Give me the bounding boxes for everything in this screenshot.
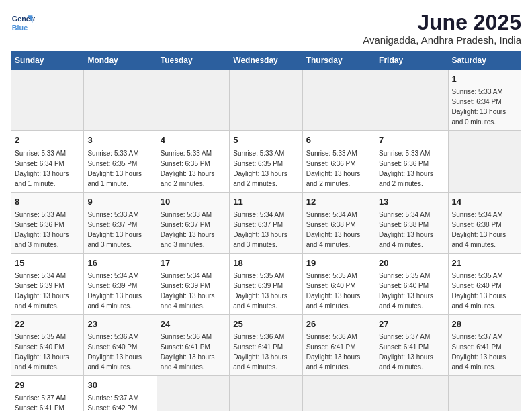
day-cell-19: 19Sunrise: 5:35 AMSunset: 6:40 PMDayligh… bbox=[302, 253, 375, 314]
sunset-text: Sunset: 6:41 PM bbox=[15, 404, 64, 411]
empty-cell bbox=[230, 70, 302, 131]
day-number: 4 bbox=[161, 134, 226, 146]
daylight-text: Daylight: 13 hours and 1 minute. bbox=[87, 170, 142, 187]
day-cell-27: 27Sunrise: 5:37 AMSunset: 6:41 PMDayligh… bbox=[375, 314, 448, 375]
empty-cell bbox=[157, 376, 229, 411]
daylight-text: Daylight: 13 hours and 2 minutes. bbox=[161, 170, 215, 187]
sunrise-text: Sunrise: 5:35 AM bbox=[306, 272, 357, 279]
sunrise-text: Sunrise: 5:34 AM bbox=[233, 211, 284, 218]
day-cell-15: 15Sunrise: 5:34 AMSunset: 6:39 PMDayligh… bbox=[11, 253, 84, 314]
sunrise-text: Sunrise: 5:34 AM bbox=[87, 272, 138, 279]
daylight-text: Daylight: 13 hours and 2 minutes. bbox=[306, 170, 361, 187]
sunset-text: Sunset: 6:35 PM bbox=[87, 160, 137, 167]
sunset-text: Sunset: 6:39 PM bbox=[161, 282, 210, 289]
sunrise-text: Sunrise: 5:33 AM bbox=[15, 211, 66, 218]
sunrise-text: Sunrise: 5:33 AM bbox=[161, 211, 212, 218]
daylight-text: Daylight: 13 hours and 0 minutes. bbox=[452, 108, 506, 126]
sunrise-text: Sunrise: 5:36 AM bbox=[87, 333, 138, 340]
sunset-text: Sunset: 6:35 PM bbox=[161, 160, 210, 167]
sunset-text: Sunset: 6:35 PM bbox=[233, 160, 283, 167]
day-cell-3: 3Sunrise: 5:33 AMSunset: 6:35 PMDaylight… bbox=[84, 131, 157, 192]
day-cell-25: 25Sunrise: 5:36 AMSunset: 6:41 PMDayligh… bbox=[230, 314, 302, 375]
sunset-text: Sunset: 6:41 PM bbox=[379, 343, 429, 351]
sunset-text: Sunset: 6:34 PM bbox=[15, 160, 64, 167]
week-row-1: 1Sunrise: 5:33 AMSunset: 6:34 PMDaylight… bbox=[11, 70, 521, 131]
sunrise-text: Sunrise: 5:34 AM bbox=[379, 211, 430, 218]
calendar-table: SundayMondayTuesdayWednesdayThursdayFrid… bbox=[11, 51, 521, 411]
day-cell-9: 9Sunrise: 5:33 AMSunset: 6:37 PMDaylight… bbox=[84, 192, 157, 253]
daylight-text: Daylight: 13 hours and 2 minutes. bbox=[233, 170, 287, 187]
day-cell-28: 28Sunrise: 5:37 AMSunset: 6:41 PMDayligh… bbox=[448, 314, 521, 375]
day-number: 3 bbox=[87, 134, 152, 146]
sunset-text: Sunset: 6:38 PM bbox=[306, 221, 356, 228]
daylight-text: Daylight: 13 hours and 3 minutes. bbox=[233, 231, 287, 248]
week-row-3: 8Sunrise: 5:33 AMSunset: 6:36 PMDaylight… bbox=[11, 192, 521, 253]
day-number: 7 bbox=[379, 134, 444, 146]
sunrise-text: Sunrise: 5:33 AM bbox=[233, 150, 284, 157]
sunrise-text: Sunrise: 5:33 AM bbox=[452, 88, 503, 95]
empty-cell bbox=[230, 376, 302, 411]
sunrise-text: Sunrise: 5:36 AM bbox=[161, 333, 212, 340]
empty-cell bbox=[448, 131, 521, 192]
sunrise-text: Sunrise: 5:35 AM bbox=[233, 272, 284, 279]
sunrise-text: Sunrise: 5:33 AM bbox=[87, 150, 138, 157]
day-number: 27 bbox=[379, 318, 444, 330]
day-number: 30 bbox=[87, 379, 152, 392]
sunrise-text: Sunrise: 5:35 AM bbox=[15, 333, 66, 340]
sunrise-text: Sunrise: 5:35 AM bbox=[452, 272, 503, 279]
daylight-text: Daylight: 13 hours and 4 minutes. bbox=[161, 353, 215, 371]
daylight-text: Daylight: 13 hours and 4 minutes. bbox=[306, 292, 361, 310]
main-title: June 2025 bbox=[363, 11, 521, 34]
day-cell-29: 29Sunrise: 5:37 AMSunset: 6:41 PMDayligh… bbox=[11, 376, 84, 411]
daylight-text: Daylight: 13 hours and 4 minutes. bbox=[15, 353, 69, 371]
svg-text:Blue: Blue bbox=[12, 24, 28, 32]
daylight-text: Daylight: 13 hours and 4 minutes. bbox=[87, 292, 142, 310]
sunset-text: Sunset: 6:36 PM bbox=[306, 160, 356, 167]
header-thursday: Thursday bbox=[302, 52, 375, 70]
header-saturday: Saturday bbox=[448, 52, 521, 70]
logo: General Blue bbox=[11, 11, 35, 35]
day-cell-12: 12Sunrise: 5:34 AMSunset: 6:38 PMDayligh… bbox=[302, 192, 375, 253]
sunrise-text: Sunrise: 5:34 AM bbox=[15, 272, 66, 279]
header-tuesday: Tuesday bbox=[157, 52, 229, 70]
day-number: 6 bbox=[306, 134, 371, 146]
daylight-text: Daylight: 13 hours and 4 minutes. bbox=[452, 292, 506, 310]
sunset-text: Sunset: 6:34 PM bbox=[452, 98, 502, 105]
day-cell-24: 24Sunrise: 5:36 AMSunset: 6:41 PMDayligh… bbox=[157, 314, 229, 375]
day-cell-2: 2Sunrise: 5:33 AMSunset: 6:34 PMDaylight… bbox=[11, 131, 84, 192]
day-number: 8 bbox=[15, 196, 80, 208]
sunset-text: Sunset: 6:37 PM bbox=[87, 221, 137, 228]
day-number: 24 bbox=[161, 318, 226, 330]
day-number: 22 bbox=[15, 318, 80, 330]
empty-cell bbox=[302, 70, 375, 131]
page-header: General Blue June 2025 Avanigadda, Andhr… bbox=[11, 11, 521, 46]
day-cell-30: 30Sunrise: 5:37 AMSunset: 6:42 PMDayligh… bbox=[84, 376, 157, 411]
day-number: 26 bbox=[306, 318, 371, 330]
sunset-text: Sunset: 6:41 PM bbox=[452, 343, 502, 351]
day-number: 2 bbox=[15, 134, 80, 146]
sunrise-text: Sunrise: 5:33 AM bbox=[306, 150, 357, 157]
sunrise-text: Sunrise: 5:36 AM bbox=[233, 333, 284, 340]
daylight-text: Daylight: 13 hours and 4 minutes. bbox=[233, 353, 287, 371]
sunrise-text: Sunrise: 5:37 AM bbox=[15, 394, 66, 402]
day-cell-16: 16Sunrise: 5:34 AMSunset: 6:39 PMDayligh… bbox=[84, 253, 157, 314]
day-cell-5: 5Sunrise: 5:33 AMSunset: 6:35 PMDaylight… bbox=[230, 131, 302, 192]
sunset-text: Sunset: 6:40 PM bbox=[452, 282, 502, 289]
day-number: 18 bbox=[233, 257, 298, 269]
day-number: 14 bbox=[452, 196, 517, 208]
sunset-text: Sunset: 6:41 PM bbox=[161, 343, 210, 351]
day-cell-7: 7Sunrise: 5:33 AMSunset: 6:36 PMDaylight… bbox=[375, 131, 448, 192]
sunset-text: Sunset: 6:37 PM bbox=[161, 221, 210, 228]
day-number: 12 bbox=[306, 196, 371, 208]
sunrise-text: Sunrise: 5:33 AM bbox=[15, 150, 66, 157]
sunset-text: Sunset: 6:40 PM bbox=[306, 282, 356, 289]
daylight-text: Daylight: 13 hours and 4 minutes. bbox=[379, 353, 433, 371]
day-number: 25 bbox=[233, 318, 298, 330]
daylight-text: Daylight: 13 hours and 4 minutes. bbox=[15, 292, 69, 310]
day-number: 5 bbox=[233, 134, 298, 146]
sunset-text: Sunset: 6:36 PM bbox=[15, 221, 64, 228]
day-cell-14: 14Sunrise: 5:34 AMSunset: 6:38 PMDayligh… bbox=[448, 192, 521, 253]
header-wednesday: Wednesday bbox=[230, 52, 302, 70]
week-row-5: 22Sunrise: 5:35 AMSunset: 6:40 PMDayligh… bbox=[11, 314, 521, 375]
header-monday: Monday bbox=[84, 52, 157, 70]
